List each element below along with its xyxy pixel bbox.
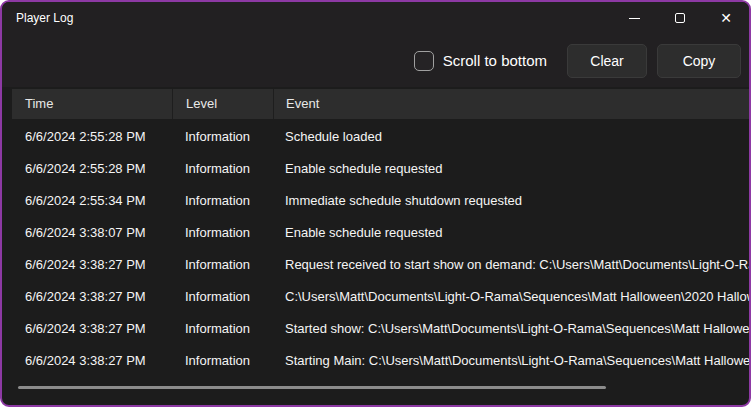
- log-rows: 6/6/2024 2:55:28 PM Information Schedule…: [12, 121, 749, 377]
- maximize-icon: [675, 13, 685, 23]
- row-time: 6/6/2024 3:38:27 PM: [12, 249, 172, 281]
- toolbar: Scroll to bottom Clear Copy: [2, 34, 749, 87]
- maximize-button[interactable]: [657, 2, 703, 34]
- table-row[interactable]: 6/6/2024 2:55:34 PM Information Immediat…: [12, 185, 749, 217]
- column-header-time[interactable]: Time: [12, 89, 172, 119]
- scroll-to-bottom-checkbox[interactable]: [414, 51, 434, 71]
- window-controls: ✕: [611, 2, 749, 34]
- row-event: Enable schedule requested: [273, 217, 749, 249]
- table-header: Time Level Event: [12, 89, 749, 119]
- row-level: Information: [172, 217, 273, 249]
- row-time: 6/6/2024 2:55:28 PM: [12, 153, 172, 185]
- row-time: 6/6/2024 3:38:27 PM: [12, 345, 172, 377]
- horizontal-scrollbar-thumb[interactable]: [18, 386, 606, 389]
- player-log-window: Player Log ✕ Scroll to bottom Clear Copy…: [0, 0, 751, 407]
- row-event: Enable schedule requested: [273, 153, 749, 185]
- copy-button[interactable]: Copy: [657, 44, 741, 78]
- table-row[interactable]: 6/6/2024 2:55:28 PM Information Schedule…: [12, 121, 749, 153]
- row-time: 6/6/2024 2:55:28 PM: [12, 121, 172, 153]
- row-event: Started show: C:\Users\Matt\Documents\Li…: [273, 313, 749, 345]
- table-row[interactable]: 6/6/2024 3:38:07 PM Information Enable s…: [12, 217, 749, 249]
- close-icon: ✕: [720, 11, 732, 25]
- close-button[interactable]: ✕: [703, 2, 749, 34]
- row-event: Schedule loaded: [273, 121, 749, 153]
- scroll-to-bottom-label: Scroll to bottom: [443, 52, 547, 69]
- row-level: Information: [172, 185, 273, 217]
- row-level: Information: [172, 153, 273, 185]
- minimize-icon: [629, 18, 640, 19]
- row-event: Immediate schedule shutdown requested: [273, 185, 749, 217]
- row-level: Information: [172, 345, 273, 377]
- table-row[interactable]: 6/6/2024 3:38:27 PM Information C:\Users…: [12, 281, 749, 313]
- row-level: Information: [172, 313, 273, 345]
- table-row[interactable]: 6/6/2024 2:55:28 PM Information Enable s…: [12, 153, 749, 185]
- column-header-level[interactable]: Level: [172, 89, 273, 119]
- row-time: 6/6/2024 3:38:27 PM: [12, 313, 172, 345]
- row-event: C:\Users\Matt\Documents\Light-O-Rama\Seq…: [273, 281, 749, 313]
- clear-button[interactable]: Clear: [567, 44, 647, 78]
- row-time: 6/6/2024 2:55:34 PM: [12, 185, 172, 217]
- column-header-event[interactable]: Event: [273, 89, 749, 119]
- row-time: 6/6/2024 3:38:27 PM: [12, 281, 172, 313]
- row-time: 6/6/2024 3:38:07 PM: [12, 217, 172, 249]
- table-row[interactable]: 6/6/2024 3:38:27 PM Information Starting…: [12, 345, 749, 377]
- scroll-to-bottom-control[interactable]: Scroll to bottom: [414, 51, 547, 71]
- titlebar[interactable]: Player Log ✕: [2, 2, 749, 34]
- table-row[interactable]: 6/6/2024 3:38:27 PM Information Request …: [12, 249, 749, 281]
- row-event: Request received to start show on demand…: [273, 249, 749, 281]
- table-row[interactable]: 6/6/2024 3:38:27 PM Information Started …: [12, 313, 749, 345]
- row-level: Information: [172, 121, 273, 153]
- row-level: Information: [172, 249, 273, 281]
- row-level: Information: [172, 281, 273, 313]
- row-event: Starting Main: C:\Users\Matt\Documents\L…: [273, 345, 749, 377]
- window-title: Player Log: [2, 11, 73, 25]
- minimize-button[interactable]: [611, 2, 657, 34]
